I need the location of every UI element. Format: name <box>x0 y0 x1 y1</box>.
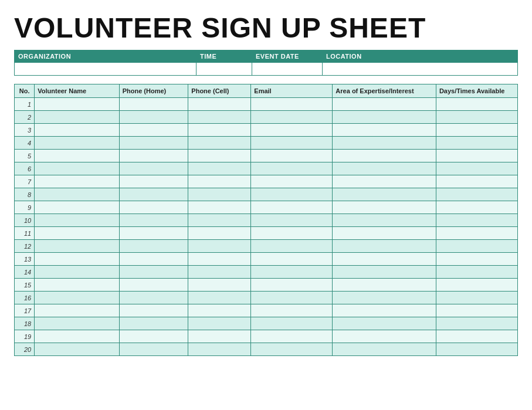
cell-days[interactable] <box>436 137 517 150</box>
cell-days[interactable] <box>436 111 517 124</box>
cell-phone-home[interactable] <box>119 137 188 150</box>
cell-phone-cell[interactable] <box>188 330 251 343</box>
cell-expertise[interactable] <box>333 317 436 330</box>
cell-volunteer-name[interactable] <box>35 162 119 175</box>
cell-expertise[interactable] <box>333 137 436 150</box>
cell-email[interactable] <box>251 124 333 137</box>
cell-phone-home[interactable] <box>119 253 188 266</box>
cell-phone-home[interactable] <box>119 162 188 175</box>
cell-email[interactable] <box>251 266 333 279</box>
cell-phone-cell[interactable] <box>188 201 251 214</box>
cell-days[interactable] <box>436 279 517 292</box>
cell-email[interactable] <box>251 150 333 162</box>
cell-phone-cell[interactable] <box>188 317 251 330</box>
cell-phone-home[interactable] <box>119 188 188 201</box>
cell-volunteer-name[interactable] <box>35 137 119 150</box>
cell-email[interactable] <box>251 240 333 253</box>
cell-expertise[interactable] <box>333 175 436 188</box>
cell-email[interactable] <box>251 292 333 304</box>
cell-expertise[interactable] <box>333 201 436 214</box>
cell-phone-cell[interactable] <box>188 150 251 162</box>
cell-email[interactable] <box>251 214 333 227</box>
cell-volunteer-name[interactable] <box>35 175 119 188</box>
cell-expertise[interactable] <box>333 240 436 253</box>
cell-expertise[interactable] <box>333 124 436 137</box>
cell-volunteer-name[interactable] <box>35 111 119 124</box>
cell-days[interactable] <box>436 343 517 356</box>
cell-expertise[interactable] <box>333 227 436 240</box>
cell-email[interactable] <box>251 188 333 201</box>
cell-phone-home[interactable] <box>119 343 188 356</box>
cell-volunteer-name[interactable] <box>35 292 119 304</box>
cell-volunteer-name[interactable] <box>35 266 119 279</box>
cell-expertise[interactable] <box>333 279 436 292</box>
cell-volunteer-name[interactable] <box>35 240 119 253</box>
cell-volunteer-name[interactable] <box>35 279 119 292</box>
event-date-value[interactable] <box>252 63 323 76</box>
cell-phone-home[interactable] <box>119 214 188 227</box>
cell-phone-home[interactable] <box>119 317 188 330</box>
cell-days[interactable] <box>436 330 517 343</box>
cell-volunteer-name[interactable] <box>35 98 119 111</box>
cell-phone-home[interactable] <box>119 266 188 279</box>
cell-phone-cell[interactable] <box>188 175 251 188</box>
cell-volunteer-name[interactable] <box>35 124 119 137</box>
cell-volunteer-name[interactable] <box>35 150 119 162</box>
cell-email[interactable] <box>251 201 333 214</box>
cell-email[interactable] <box>251 111 333 124</box>
cell-email[interactable] <box>251 227 333 240</box>
cell-phone-cell[interactable] <box>188 124 251 137</box>
cell-expertise[interactable] <box>333 253 436 266</box>
org-value[interactable] <box>15 63 196 76</box>
cell-phone-cell[interactable] <box>188 292 251 304</box>
cell-phone-home[interactable] <box>119 150 188 162</box>
cell-days[interactable] <box>436 240 517 253</box>
cell-phone-cell[interactable] <box>188 253 251 266</box>
cell-expertise[interactable] <box>333 292 436 304</box>
cell-days[interactable] <box>436 188 517 201</box>
cell-expertise[interactable] <box>333 214 436 227</box>
cell-email[interactable] <box>251 304 333 317</box>
cell-phone-cell[interactable] <box>188 214 251 227</box>
cell-phone-cell[interactable] <box>188 343 251 356</box>
cell-phone-home[interactable] <box>119 240 188 253</box>
cell-volunteer-name[interactable] <box>35 317 119 330</box>
cell-expertise[interactable] <box>333 266 436 279</box>
cell-expertise[interactable] <box>333 330 436 343</box>
cell-email[interactable] <box>251 175 333 188</box>
cell-expertise[interactable] <box>333 150 436 162</box>
cell-phone-cell[interactable] <box>188 240 251 253</box>
cell-days[interactable] <box>436 266 517 279</box>
cell-expertise[interactable] <box>333 343 436 356</box>
cell-email[interactable] <box>251 98 333 111</box>
cell-phone-home[interactable] <box>119 330 188 343</box>
location-value[interactable] <box>323 63 518 76</box>
time-value[interactable] <box>196 63 252 76</box>
cell-phone-home[interactable] <box>119 292 188 304</box>
cell-days[interactable] <box>436 292 517 304</box>
cell-days[interactable] <box>436 304 517 317</box>
cell-volunteer-name[interactable] <box>35 330 119 343</box>
cell-days[interactable] <box>436 162 517 175</box>
cell-phone-home[interactable] <box>119 175 188 188</box>
cell-days[interactable] <box>436 253 517 266</box>
cell-phone-home[interactable] <box>119 201 188 214</box>
cell-email[interactable] <box>251 317 333 330</box>
cell-volunteer-name[interactable] <box>35 227 119 240</box>
cell-expertise[interactable] <box>333 188 436 201</box>
cell-email[interactable] <box>251 279 333 292</box>
cell-volunteer-name[interactable] <box>35 343 119 356</box>
cell-phone-cell[interactable] <box>188 227 251 240</box>
cell-phone-cell[interactable] <box>188 266 251 279</box>
cell-phone-cell[interactable] <box>188 188 251 201</box>
cell-phone-cell[interactable] <box>188 98 251 111</box>
cell-expertise[interactable] <box>333 304 436 317</box>
cell-phone-home[interactable] <box>119 124 188 137</box>
cell-days[interactable] <box>436 214 517 227</box>
cell-phone-cell[interactable] <box>188 137 251 150</box>
cell-volunteer-name[interactable] <box>35 188 119 201</box>
cell-email[interactable] <box>251 253 333 266</box>
cell-volunteer-name[interactable] <box>35 253 119 266</box>
cell-volunteer-name[interactable] <box>35 201 119 214</box>
cell-days[interactable] <box>436 150 517 162</box>
